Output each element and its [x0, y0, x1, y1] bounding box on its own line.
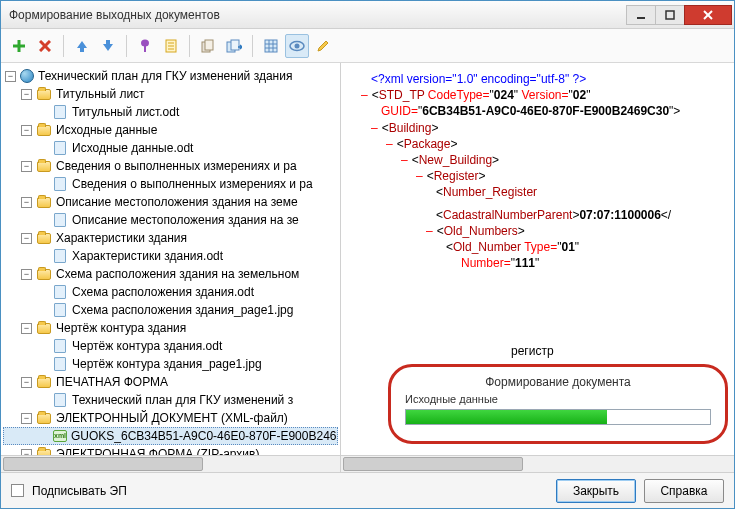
svg-point-8 — [141, 39, 149, 46]
tree-label: Сведения о выполненных измерениях и ра — [72, 177, 313, 191]
tree-label: Исходные данные — [56, 123, 157, 137]
up-button[interactable] — [70, 34, 94, 58]
tree-label: Схема расположения здания.odt — [72, 285, 254, 299]
edit-button[interactable] — [311, 34, 335, 58]
folder-icon — [37, 197, 51, 208]
tree-node[interactable]: −Характеристики здания — [3, 229, 338, 247]
toolbar — [1, 29, 734, 63]
tree-root[interactable]: −Технический план для ГКУ изменений здан… — [3, 67, 338, 85]
doc-icon — [54, 249, 66, 263]
doc-button[interactable] — [159, 34, 183, 58]
xml-pi: <?xml version="1.0" encoding="utf-8" ?> — [371, 72, 586, 86]
tree-leaf[interactable]: Схема расположения здания.odt — [3, 283, 338, 301]
folder-icon — [37, 269, 51, 280]
tree-node[interactable]: −Сведения о выполненных измерениях и ра — [3, 157, 338, 175]
doc-icon — [54, 213, 66, 227]
delete-button[interactable] — [33, 34, 57, 58]
doc-icon — [54, 105, 66, 119]
progress-subtitle: Исходные данные — [405, 393, 711, 405]
svg-rect-9 — [144, 46, 146, 52]
svg-rect-15 — [205, 40, 213, 50]
tree-node[interactable]: −ПЕЧАТНАЯ ФОРМА — [3, 373, 338, 391]
svg-rect-17 — [231, 40, 239, 50]
doc-icon — [54, 339, 66, 353]
tree-label: Характеристики здания — [56, 231, 187, 245]
svg-rect-18 — [265, 40, 277, 52]
sign-label: Подписывать ЭП — [32, 484, 127, 498]
tree-label: Сведения о выполненных измерениях и ра — [56, 159, 297, 173]
sign-checkbox[interactable] — [11, 484, 24, 497]
close-button-footer[interactable]: Закрыть — [556, 479, 636, 503]
tree-node[interactable]: −ЭЛЕКТРОННЫЙ ДОКУМЕНТ (XML-файл) — [3, 409, 338, 427]
tree-view[interactable]: −Технический план для ГКУ изменений здан… — [1, 63, 340, 455]
tree-node[interactable]: −Исходные данные — [3, 121, 338, 139]
tree-leaf[interactable]: Характеристики здания.odt — [3, 247, 338, 265]
tree-leaf[interactable]: Исходные данные.odt — [3, 139, 338, 157]
copy2-button[interactable] — [222, 34, 246, 58]
doc-icon — [54, 141, 66, 155]
folder-icon — [37, 125, 51, 136]
folder-icon — [37, 161, 51, 172]
maximize-button[interactable] — [655, 5, 685, 25]
copy-button[interactable] — [196, 34, 220, 58]
tree-node[interactable]: −ЭЛЕКТРОННАЯ ФОРМА (ZIP-архив) — [3, 445, 338, 455]
tree-leaf-selected[interactable]: xmlGUOKS_6CB34B51-A9C0-46E0-870F-E900B24… — [3, 427, 338, 445]
tree-label: Исходные данные.odt — [72, 141, 193, 155]
window-title: Формирование выходных документов — [9, 8, 627, 22]
tree-node[interactable]: −Чертёж контура здания — [3, 319, 338, 337]
tree-label: Титульный лист — [56, 87, 145, 101]
progress-title: Формирование документа — [405, 375, 711, 389]
tree-leaf[interactable]: Технический план для ГКУ изменений з — [3, 391, 338, 409]
svg-rect-1 — [666, 11, 674, 19]
tree-label: Описание местоположения здания на земе — [56, 195, 298, 209]
preview-button[interactable] — [285, 34, 309, 58]
folder-icon — [37, 377, 51, 388]
tree-node[interactable]: −Титульный лист — [3, 85, 338, 103]
tree-leaf[interactable]: Описание местоположения здания на зе — [3, 211, 338, 229]
tree-label: ПЕЧАТНАЯ ФОРМА — [56, 375, 168, 389]
titlebar[interactable]: Формирование выходных документов — [1, 1, 734, 29]
xml-icon: xml — [53, 430, 67, 442]
folder-icon — [37, 89, 51, 100]
grid-button[interactable] — [259, 34, 283, 58]
globe-icon — [20, 69, 34, 83]
tree-label: Чертёж контура здания.odt — [72, 339, 222, 353]
svg-point-24 — [295, 43, 300, 48]
tree-label: Характеристики здания.odt — [72, 249, 223, 263]
doc-icon — [54, 177, 66, 191]
tree-leaf[interactable]: Сведения о выполненных измерениях и ра — [3, 175, 338, 193]
app-window: Формирование выходных документов −Технич… — [0, 0, 735, 509]
close-button[interactable] — [684, 5, 732, 25]
progress-dialog: Формирование документа Исходные данные — [388, 364, 728, 444]
tree-label: GUOKS_6CB34B51-A9C0-46E0-870F-E900B2469C… — [71, 429, 338, 443]
tool-button[interactable] — [133, 34, 157, 58]
tree-leaf[interactable]: Чертёж контура здания.odt — [3, 337, 338, 355]
tree-node[interactable]: −Описание местоположения здания на земе — [3, 193, 338, 211]
tree-leaf[interactable]: Титульный лист.odt — [3, 103, 338, 121]
progress-fill — [406, 410, 607, 424]
tree-label: ЭЛЕКТРОННЫЙ ДОКУМЕНТ (XML-файл) — [56, 411, 288, 425]
tree-node[interactable]: −Схема расположения здания на земельном — [3, 265, 338, 283]
doc-icon — [54, 303, 66, 317]
add-button[interactable] — [7, 34, 31, 58]
folder-icon — [37, 233, 51, 244]
folder-icon — [37, 413, 51, 424]
tree-label: ЭЛЕКТРОННАЯ ФОРМА (ZIP-архив) — [56, 447, 259, 455]
down-button[interactable] — [96, 34, 120, 58]
tree-hscrollbar[interactable] — [1, 455, 340, 472]
xml-hscrollbar[interactable] — [341, 455, 734, 472]
folder-icon — [37, 323, 51, 334]
doc-icon — [54, 357, 66, 371]
tree-leaf[interactable]: Чертёж контура здания_page1.jpg — [3, 355, 338, 373]
tree-leaf[interactable]: Схема расположения здания_page1.jpg — [3, 301, 338, 319]
tree-label: Технический план для ГКУ изменений з — [72, 393, 293, 407]
minimize-button[interactable] — [626, 5, 656, 25]
doc-icon — [54, 393, 66, 407]
tree-label: Чертёж контура здания_page1.jpg — [72, 357, 262, 371]
help-button[interactable]: Справка — [644, 479, 724, 503]
footer: Подписывать ЭП Закрыть Справка — [1, 472, 734, 508]
tree-label: Схема расположения здания на земельном — [56, 267, 299, 281]
tree-label: Титульный лист.odt — [72, 105, 179, 119]
xml-regist: регистр — [511, 343, 724, 359]
progress-bar — [405, 409, 711, 425]
